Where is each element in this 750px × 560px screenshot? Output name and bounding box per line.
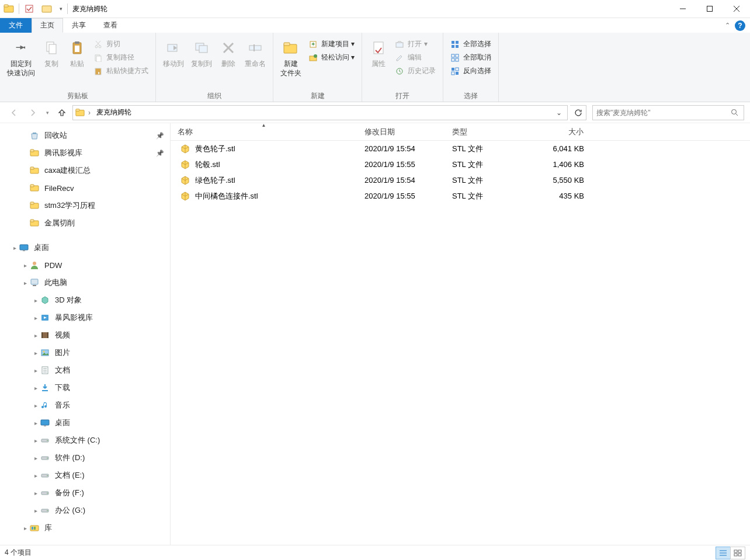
expand-icon[interactable]: ▸ [21,525,29,531]
refresh-button[interactable] [570,105,586,120]
close-button[interactable] [723,0,750,18]
tree-item[interactable]: ▸下载 [0,379,170,396]
tree-item[interactable]: stm32学习历程 [0,197,170,214]
ribbon-delete-button[interactable]: 删除 [216,35,241,89]
address-bar[interactable]: › 麦克纳姆轮 ⌄ [72,105,568,120]
tree-item[interactable]: ▸桌面 [0,414,170,432]
expand-icon[interactable]: ▸ [21,280,29,286]
ribbon-paste-button[interactable]: 粘贴 [64,35,90,89]
tree-item[interactable]: ▸暴风影视库 [0,309,170,326]
tab-查看[interactable]: 查看 [95,18,126,33]
expand-icon[interactable]: ▸ [32,350,40,356]
qat-properties-icon[interactable] [20,0,38,18]
tree-item[interactable]: caxa建模汇总 [0,162,170,179]
expand-icon[interactable]: ▸ [21,262,29,269]
ribbon-collapse-icon[interactable]: ⌃ [725,22,730,29]
nav-recent-dropdown[interactable]: ▾ [43,105,51,121]
expand-icon[interactable]: ▸ [32,455,40,461]
tab-共享[interactable]: 共享 [63,18,95,33]
expand-icon[interactable]: ▸ [11,245,19,251]
tree-item[interactable]: ▸视频 [0,326,170,344]
ribbon-invert-button[interactable]: 反向选择 [447,64,495,78]
nav-forward-button[interactable] [25,105,41,121]
minimize-button[interactable] [669,0,696,18]
svg-rect-42 [452,58,454,61]
ribbon-easyaccess-button[interactable]: 轻松访问 ▾ [305,51,358,64]
ribbon-copy-button[interactable]: 复制 [39,35,64,89]
expand-icon[interactable]: ▸ [32,437,40,444]
tree-item[interactable]: ▸软件 (D:) [0,449,170,467]
tree-item[interactable]: ▸系统文件 (C:) [0,432,170,449]
ribbon-group-label: 打开 [362,91,443,102]
search-box[interactable] [592,105,744,120]
file-list[interactable]: 黄色轮子.stl 2020/1/9 15:54 STL 文件 6,041 KB … [171,141,750,545]
tree-item[interactable]: ▸文档 (E:) [0,467,170,484]
nav-tree[interactable]: 回收站📌腾讯影视库📌caxa建模汇总FileRecvstm32学习历程金属切削▸… [0,123,171,545]
help-icon[interactable]: ? [735,20,745,31]
svg-rect-2 [26,5,33,12]
tab-主页[interactable]: 主页 [32,18,63,33]
ribbon-open-button[interactable]: 打开 ▾ [391,37,439,51]
expand-icon[interactable]: ▸ [32,315,40,321]
tree-item[interactable]: ▸图片 [0,344,170,361]
ribbon-newfolder-button[interactable]: 新建 文件夹 [277,35,305,89]
tree-item[interactable]: 回收站📌 [0,127,170,144]
tree-item[interactable]: ▸音乐 [0,396,170,414]
ribbon-rename-button[interactable]: 重命名 [241,35,269,89]
maximize-button[interactable] [696,0,723,18]
tree-item[interactable]: 腾讯影视库📌 [0,144,170,162]
nav-up-button[interactable] [54,105,70,121]
ribbon-edit-button[interactable]: 编辑 [391,51,439,64]
expand-icon[interactable]: ▸ [32,472,40,479]
tree-item[interactable]: ▸备份 (F:) [0,484,170,502]
nav-back-button[interactable] [6,105,22,121]
tree-item[interactable]: 金属切削 [0,214,170,232]
ribbon-pasteshortcut-button[interactable]: 粘贴快捷方式 [90,64,152,78]
expand-icon[interactable]: ▸ [32,385,40,391]
file-row[interactable]: 中间橘色连接件.stl 2020/1/9 15:55 STL 文件 435 KB [171,188,750,204]
col-header-date[interactable]: 修改日期 [357,123,445,140]
tree-item[interactable]: ▸文档 [0,361,170,379]
col-header-size[interactable]: 大小 [533,123,591,140]
expand-icon[interactable]: ▸ [32,297,40,304]
expand-icon[interactable]: ▸ [32,332,40,339]
tree-item[interactable]: ▸3D 对象 [0,291,170,309]
tab-file[interactable]: 文件 [0,18,32,33]
properties-icon [369,39,388,57]
tree-item[interactable]: ▸PDW [0,256,170,274]
ribbon-selectnone-button[interactable]: 全部取消 [447,51,495,64]
ribbon-history-button[interactable]: 历史记录 [391,64,439,78]
ribbon-copypath-button[interactable]: 复制路径 [90,51,152,64]
file-row[interactable]: 黄色轮子.stl 2020/1/9 15:54 STL 文件 6,041 KB [171,141,750,156]
search-input[interactable] [596,109,731,117]
breadcrumb-item[interactable]: 麦克纳姆轮 [94,107,134,117]
col-header-type[interactable]: 类型 [445,123,533,140]
ribbon-cut-button[interactable]: 剪切 [90,37,152,51]
qat-newfolder-icon[interactable] [38,0,55,18]
tree-item[interactable]: ▸办公 (G:) [0,502,170,519]
ribbon-moveto-button[interactable]: 移动到 [159,35,188,89]
ribbon-selectall-button[interactable]: 全部选择 [447,37,495,51]
expand-icon[interactable]: ▸ [32,402,40,409]
view-icons-button[interactable] [730,547,745,559]
ribbon-pin-button[interactable]: 固定到 快速访问 [4,35,39,89]
tree-item[interactable]: ▸此电脑 [0,274,170,291]
ribbon-newitem-button[interactable]: ✦新建项目 ▾ [305,37,358,51]
col-header-name[interactable]: 名称 ▲ [171,123,357,140]
file-row[interactable]: 轮毂.stl 2020/1/9 15:55 STL 文件 1,406 KB [171,156,750,172]
tree-item[interactable]: ▸桌面 [0,239,170,256]
ribbon-copyto-button[interactable]: 复制到 [188,35,216,89]
qat-dropdown-icon[interactable]: ▾ [55,0,66,18]
ribbon-properties-button[interactable]: 属性 [366,35,391,89]
expand-icon[interactable]: ▸ [32,490,40,496]
file-row[interactable]: 绿色轮子.stl 2020/1/9 15:54 STL 文件 5,550 KB [171,172,750,188]
address-dropdown-icon[interactable]: ⌄ [553,109,565,117]
tree-item[interactable]: ▸库 [0,519,170,537]
tree-item-label: 桌面 [55,418,70,428]
view-details-button[interactable] [716,547,731,559]
search-icon[interactable] [731,109,740,116]
expand-icon[interactable]: ▸ [32,420,40,426]
expand-icon[interactable]: ▸ [32,367,40,374]
expand-icon[interactable]: ▸ [32,507,40,514]
tree-item[interactable]: FileRecv [0,179,170,197]
